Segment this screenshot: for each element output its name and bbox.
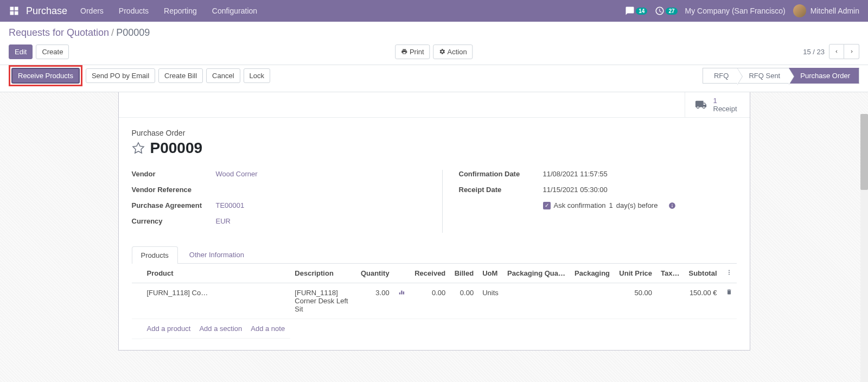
svg-point-6	[729, 274, 730, 275]
tab-other-info[interactable]: Other Information	[180, 246, 253, 263]
cell-unitprice: 50.00	[615, 283, 656, 319]
receive-products-button[interactable]: Receive Products	[11, 68, 80, 84]
vendor-label: Vendor	[132, 170, 216, 178]
add-section-link[interactable]: Add a section	[199, 324, 242, 333]
col-description: Description	[290, 264, 356, 283]
col-received: Received	[410, 264, 450, 283]
star-icon[interactable]	[132, 142, 145, 155]
chevron-left-icon	[834, 49, 839, 54]
cell-pkg	[570, 283, 615, 319]
receipt-stat-button[interactable]: 1 Receipt	[685, 92, 750, 117]
col-uom: UoM	[478, 264, 503, 283]
pager-prev-button[interactable]	[829, 44, 844, 59]
col-subtotal: Subtotal	[684, 264, 722, 283]
receipt-date-label: Receipt Date	[459, 186, 543, 194]
status-rfq[interactable]: RFQ	[703, 68, 737, 84]
action-button[interactable]: Action	[433, 44, 473, 59]
pager-next-button[interactable]	[844, 44, 859, 59]
svg-point-5	[729, 272, 730, 273]
lock-button[interactable]: Lock	[244, 68, 270, 83]
order-lines-table: Product Description Quantity Received Bi…	[132, 264, 737, 339]
truck-icon	[694, 99, 708, 111]
trash-icon[interactable]	[726, 289, 732, 295]
breadcrumb-root[interactable]: Requests for Quotation	[9, 27, 109, 38]
pager-text: 15 / 23	[803, 48, 825, 56]
add-note-link[interactable]: Add a note	[251, 324, 285, 333]
kebab-icon[interactable]	[726, 269, 732, 276]
avatar	[793, 4, 806, 17]
cell-quantity: 3.00	[356, 283, 393, 319]
nav-products[interactable]: Products	[119, 7, 149, 15]
vendor-value[interactable]: Wood Corner	[216, 170, 258, 178]
scrollbar-thumb[interactable]	[860, 114, 868, 190]
control-panel: Requests for Quotation/P00009 Edit Creat…	[0, 22, 868, 65]
svg-rect-1	[15, 7, 18, 11]
reminder-days: 1	[609, 201, 613, 209]
app-brand[interactable]: Purchase	[26, 5, 67, 17]
scrollbar-vertical[interactable]	[860, 114, 868, 382]
confirmation-date-value: 11/08/2021 11:57:55	[543, 170, 608, 178]
status-purchase-order[interactable]: Purchase Order	[789, 68, 859, 84]
status-bar: RFQ RFQ Sent Purchase Order	[703, 68, 859, 84]
user-name: Mitchell Admin	[810, 7, 859, 15]
cancel-button[interactable]: Cancel	[206, 68, 240, 83]
svg-rect-2	[10, 11, 14, 15]
send-po-button[interactable]: Send PO by Email	[86, 68, 155, 83]
col-unit-price: Unit Price	[615, 264, 656, 283]
cell-uom: Units	[478, 283, 503, 319]
cell-subtotal: 150.00 €	[684, 283, 722, 319]
messages-badge: 14	[636, 8, 647, 15]
receipt-date-value: 11/15/2021 05:30:00	[543, 186, 608, 194]
clock-icon	[655, 6, 665, 16]
col-packaging-qty: Packaging Qua…	[503, 264, 570, 283]
print-button[interactable]: Print	[395, 44, 430, 59]
cell-received: 0.00	[410, 283, 450, 319]
form-tabs: Products Other Information	[132, 246, 737, 264]
col-quantity: Quantity	[356, 264, 393, 283]
action-bar: Receive Products Send PO by Email Create…	[0, 65, 868, 92]
chevron-right-icon	[849, 49, 854, 54]
user-menu[interactable]: Mitchell Admin	[793, 4, 859, 17]
reminder-checkbox[interactable]: ✓	[543, 202, 551, 209]
form-sheet: 1 Receipt Purchase Order P00009 VendorWo…	[118, 92, 750, 351]
gear-icon	[439, 48, 446, 55]
messages-button[interactable]: 14	[625, 6, 647, 16]
cell-pkgqty	[503, 283, 570, 319]
add-product-link[interactable]: Add a product	[147, 324, 191, 333]
currency-value[interactable]: EUR	[216, 217, 231, 225]
cell-description: [FURN_1118] Corner Desk Left Sit	[290, 283, 356, 319]
info-icon[interactable]	[668, 202, 676, 209]
create-bill-button[interactable]: Create Bill	[158, 68, 203, 83]
currency-label: Currency	[132, 217, 216, 225]
edit-button[interactable]: Edit	[9, 44, 33, 59]
svg-rect-0	[10, 7, 14, 11]
cell-taxes	[656, 283, 684, 319]
form-title-label: Purchase Order	[132, 129, 737, 137]
agreement-value[interactable]: TE00001	[216, 201, 245, 209]
nav-configuration[interactable]: Configuration	[212, 7, 257, 15]
cell-billed: 0.00	[450, 283, 478, 319]
reminder-text2: day(s) before	[616, 201, 658, 209]
forecast-icon[interactable]	[398, 289, 406, 296]
nav-reporting[interactable]: Reporting	[164, 7, 197, 15]
create-button[interactable]: Create	[36, 44, 69, 59]
apps-icon[interactable]	[9, 5, 20, 16]
chat-icon	[625, 6, 635, 16]
breadcrumb: Requests for Quotation/P00009	[9, 27, 859, 39]
breadcrumb-current: P00009	[116, 27, 150, 38]
tab-products[interactable]: Products	[132, 246, 178, 264]
vendor-ref-label: Vendor Reference	[132, 186, 216, 194]
reminder-text1: Ask confirmation	[554, 201, 606, 209]
svg-point-4	[729, 270, 730, 271]
receipt-count: 1	[713, 97, 737, 105]
status-rfq-sent[interactable]: RFQ Sent	[737, 68, 789, 84]
svg-rect-3	[15, 11, 18, 15]
activities-button[interactable]: 27	[655, 6, 677, 16]
agreement-label: Purchase Agreement	[132, 201, 216, 209]
form-body: 1 Receipt Purchase Order P00009 VendorWo…	[0, 92, 868, 382]
record-name: P00009	[150, 139, 203, 157]
nav-orders[interactable]: Orders	[80, 7, 104, 15]
table-row[interactable]: [FURN_1118] Co… [FURN_1118] Corner Desk …	[132, 283, 737, 319]
company-selector[interactable]: My Company (San Francisco)	[685, 7, 786, 15]
confirmation-date-label: Confirmation Date	[459, 170, 543, 178]
